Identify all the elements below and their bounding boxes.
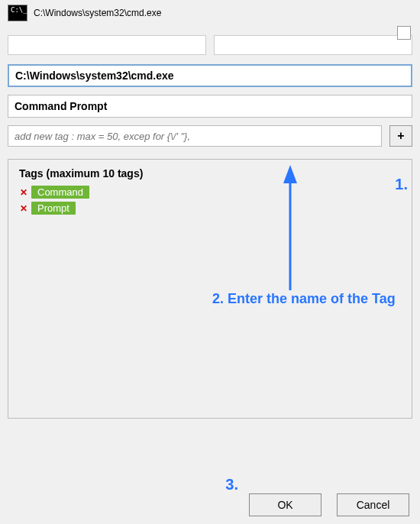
delete-tag-icon[interactable]: ✕ — [19, 203, 28, 214]
top-square-indicator — [397, 26, 411, 40]
tag-chip[interactable]: Command — [31, 186, 89, 199]
delete-tag-icon[interactable]: ✕ — [19, 187, 28, 198]
cmd-icon-text: C:\_ — [11, 7, 27, 14]
tags-heading: Tags (maximum 10 tags) — [19, 167, 401, 180]
titlebar: C:\_ C:\Windows\system32\cmd.exe — [8, 5, 412, 21]
annotation-3: 3. — [225, 476, 238, 493]
top-input-row — [8, 35, 412, 55]
cancel-button[interactable]: Cancel — [337, 493, 409, 516]
tags-box: Tags (maximum 10 tags) ✕ Command ✕ Promp… — [8, 159, 412, 419]
window-title-field[interactable] — [8, 95, 412, 118]
top-input-left[interactable] — [8, 35, 206, 55]
ok-button[interactable]: OK — [249, 493, 321, 516]
window-path-label: C:\Windows\system32\cmd.exe — [34, 8, 161, 18]
add-tag-input[interactable] — [8, 125, 382, 147]
cmd-icon: C:\_ — [8, 5, 27, 21]
path-field[interactable] — [8, 64, 412, 87]
add-tag-button[interactable]: + — [389, 125, 412, 147]
tag-row: ✕ Command — [19, 186, 401, 199]
tag-row: ✕ Prompt — [19, 202, 401, 215]
top-input-right[interactable] — [214, 35, 412, 55]
tag-chip[interactable]: Prompt — [31, 202, 76, 215]
